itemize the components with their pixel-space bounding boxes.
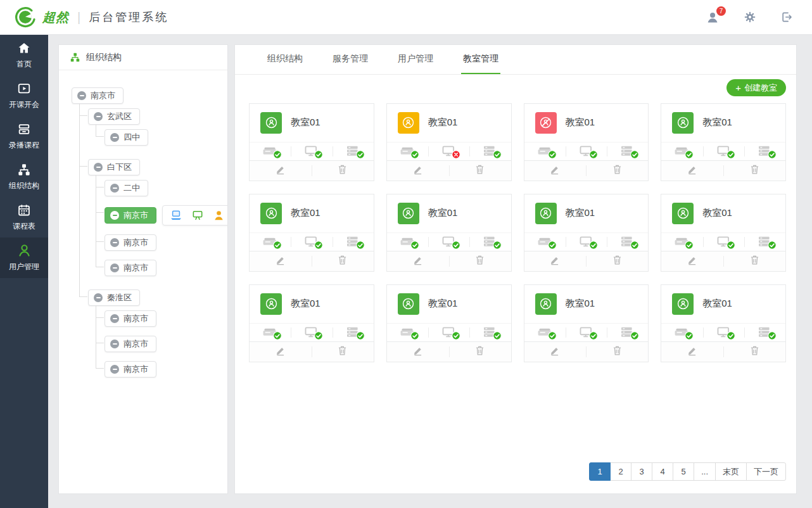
collapse-minus-icon[interactable]: [110, 133, 119, 142]
edit-classroom-button[interactable]: [387, 251, 449, 271]
edit-classroom-button[interactable]: [661, 161, 723, 181]
edit-classroom-button[interactable]: [661, 251, 723, 271]
status-cell[interactable]: [333, 233, 374, 251]
tab-org-structure[interactable]: 组织结构: [265, 45, 305, 74]
tree-node[interactable]: 白下区: [88, 159, 140, 175]
delete-classroom-button[interactable]: [312, 251, 374, 271]
status-cell[interactable]: [524, 324, 566, 342]
pagination-button-末页[interactable]: 末页: [715, 462, 747, 481]
collapse-minus-icon[interactable]: [110, 314, 119, 323]
tree-node[interactable]: 二中: [105, 180, 148, 196]
edit-classroom-button[interactable]: [387, 342, 449, 362]
pagination-button-下一页[interactable]: 下一页: [746, 462, 786, 481]
edit-classroom-button[interactable]: [524, 342, 587, 362]
pagination-button-1[interactable]: 1: [589, 462, 611, 481]
status-cell[interactable]: [607, 143, 648, 161]
status-cell[interactable]: [469, 233, 511, 251]
tree-node[interactable]: 南京市: [105, 260, 156, 276]
status-cell[interactable]: [744, 143, 785, 161]
status-cell[interactable]: [291, 143, 332, 161]
delete-classroom-button[interactable]: [723, 161, 785, 181]
collapse-minus-icon[interactable]: [94, 163, 103, 172]
edit-classroom-button[interactable]: [524, 161, 587, 181]
sidebar-item-recorded[interactable]: 录播课程: [0, 116, 48, 156]
tree-node[interactable]: 南京市: [72, 87, 124, 104]
person-icon[interactable]: [213, 210, 225, 222]
sidebar-item-meetings[interactable]: 开课开会: [0, 75, 48, 116]
pagination-button-4[interactable]: 4: [652, 462, 673, 481]
sidebar-item-org[interactable]: 组织结构: [0, 156, 48, 197]
delete-classroom-button[interactable]: [312, 342, 374, 362]
collapse-minus-icon[interactable]: [110, 238, 119, 247]
status-cell[interactable]: [703, 324, 744, 342]
status-cell[interactable]: [661, 143, 702, 161]
tree-node[interactable]: 南京市: [105, 207, 156, 224]
tree-node[interactable]: 南京市: [105, 234, 156, 251]
status-cell[interactable]: [428, 233, 469, 251]
status-cell[interactable]: [607, 233, 648, 251]
tab-service-management[interactable]: 服务管理: [331, 45, 370, 74]
status-cell[interactable]: [566, 233, 607, 251]
collapse-minus-icon[interactable]: [110, 365, 119, 374]
delete-classroom-button[interactable]: [312, 161, 374, 181]
device-icon[interactable]: [170, 209, 182, 222]
logout-button[interactable]: [780, 11, 793, 23]
edit-classroom-button[interactable]: [524, 251, 587, 271]
status-cell[interactable]: [428, 324, 469, 342]
classroom-icon[interactable]: [191, 209, 204, 222]
notifications-button[interactable]: 7: [706, 11, 720, 24]
status-cell[interactable]: [250, 233, 291, 251]
status-cell[interactable]: [333, 324, 374, 342]
delete-classroom-button[interactable]: [586, 342, 648, 362]
edit-classroom-button[interactable]: [250, 251, 312, 271]
status-cell[interactable]: [703, 233, 744, 251]
pagination-button-3[interactable]: 3: [631, 462, 652, 481]
create-classroom-button[interactable]: + 创建教室: [726, 79, 786, 96]
collapse-minus-icon[interactable]: [110, 211, 119, 220]
tree-node[interactable]: 南京市: [105, 361, 156, 378]
collapse-minus-icon[interactable]: [110, 340, 119, 348]
status-cell[interactable]: [250, 324, 291, 342]
delete-classroom-button[interactable]: [449, 251, 511, 271]
pagination-button-2[interactable]: 2: [610, 462, 631, 481]
status-cell[interactable]: [291, 324, 332, 342]
collapse-minus-icon[interactable]: [110, 264, 119, 272]
status-cell[interactable]: [744, 233, 785, 251]
delete-classroom-button[interactable]: [723, 251, 785, 271]
status-cell[interactable]: [744, 324, 785, 342]
status-cell[interactable]: [428, 143, 469, 161]
delete-classroom-button[interactable]: [723, 342, 785, 362]
status-cell[interactable]: [469, 324, 511, 342]
edit-classroom-button[interactable]: [250, 161, 312, 181]
status-cell[interactable]: [607, 324, 648, 342]
tab-classroom-management[interactable]: 教室管理: [461, 45, 500, 74]
status-cell[interactable]: [524, 143, 566, 161]
status-cell[interactable]: [524, 233, 566, 251]
edit-classroom-button[interactable]: [250, 342, 312, 362]
tab-user-management[interactable]: 用户管理: [396, 45, 435, 74]
tree-node[interactable]: 南京市: [105, 310, 156, 327]
collapse-minus-icon[interactable]: [94, 112, 103, 121]
status-cell[interactable]: [387, 143, 428, 161]
tree-node[interactable]: 南京市: [105, 336, 156, 352]
status-cell[interactable]: [703, 143, 744, 161]
status-cell[interactable]: [387, 324, 428, 342]
status-cell[interactable]: [469, 143, 511, 161]
sidebar-item-timetable[interactable]: 课程表: [0, 197, 48, 238]
sidebar-item-users[interactable]: 用户管理: [0, 238, 48, 278]
status-cell[interactable]: [333, 143, 374, 161]
status-cell[interactable]: [661, 324, 702, 342]
collapse-minus-icon[interactable]: [77, 91, 86, 100]
pagination-button-...[interactable]: ...: [694, 462, 716, 481]
status-cell[interactable]: [387, 233, 428, 251]
status-cell[interactable]: [291, 233, 332, 251]
delete-classroom-button[interactable]: [449, 161, 511, 181]
edit-classroom-button[interactable]: [387, 161, 449, 181]
delete-classroom-button[interactable]: [449, 342, 511, 362]
status-cell[interactable]: [661, 233, 702, 251]
collapse-minus-icon[interactable]: [110, 184, 119, 193]
settings-button[interactable]: [744, 11, 756, 23]
status-cell[interactable]: [566, 324, 607, 342]
edit-classroom-button[interactable]: [661, 342, 723, 362]
collapse-minus-icon[interactable]: [94, 293, 103, 302]
